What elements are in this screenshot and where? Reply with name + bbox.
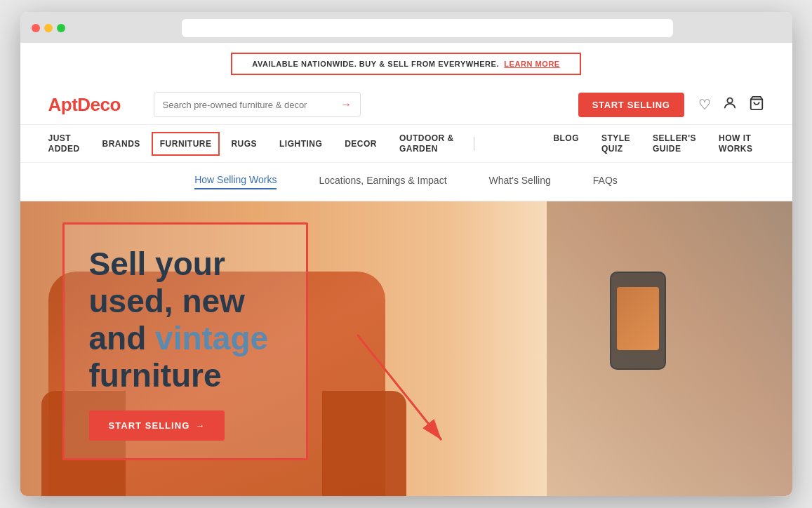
banner-text: AVAILABLE NATIONWIDE. BUY & SELL FROM EV… xyxy=(252,60,499,68)
hero-title-accent: vintage xyxy=(155,320,268,356)
tab-locations[interactable]: Locations, Earnings & Impact xyxy=(319,175,446,189)
browser-window: AVAILABLE NATIONWIDE. BUY & SELL FROM EV… xyxy=(20,12,792,496)
nav-divider xyxy=(474,137,474,151)
wishlist-icon[interactable]: ♡ xyxy=(698,96,711,113)
cart-icon[interactable] xyxy=(749,95,764,114)
header-icons: ♡ xyxy=(698,95,764,114)
tab-how-selling-works[interactable]: How Selling Works xyxy=(194,174,277,189)
hero-cta-label: START SELLING xyxy=(109,420,190,431)
nav-item-brands[interactable]: BRANDS xyxy=(91,131,152,157)
tab-faqs[interactable]: FAQs xyxy=(593,175,618,189)
hero-content-box: Sell yourused, newand vintagefurniture S… xyxy=(62,222,308,461)
hero-title-line4: furniture xyxy=(89,357,222,394)
maximize-button[interactable] xyxy=(57,24,65,32)
nav-item-just-added[interactable]: JUSTADDED xyxy=(48,125,91,162)
phone-shape xyxy=(610,272,666,370)
svg-point-0 xyxy=(727,98,732,102)
logo[interactable]: AptDeco xyxy=(48,94,140,116)
nav-item-style-quiz[interactable]: STYLEQUIZ xyxy=(590,125,641,162)
banner-inner: AVAILABLE NATIONWIDE. BUY & SELL FROM EV… xyxy=(231,53,581,75)
hero-cta-arrow: → xyxy=(195,420,205,431)
nav-item-lighting[interactable]: LIGHTING xyxy=(268,131,333,157)
traffic-lights xyxy=(32,24,65,32)
hero-cta-button[interactable]: START SELLING → xyxy=(89,410,225,441)
learn-more-link[interactable]: Learn more xyxy=(504,60,559,68)
start-selling-button[interactable]: START SELLING xyxy=(578,93,684,117)
header: AptDeco → START SELLING ♡ xyxy=(20,85,792,125)
search-bar[interactable]: → xyxy=(154,92,361,117)
nav-item-sellers-guide[interactable]: SELLER'SGUIDE xyxy=(641,125,707,162)
nav-item-decor[interactable]: DECOR xyxy=(333,131,388,157)
nav-right: BLOG STYLEQUIZ SELLER'SGUIDE HOW ITWORKS xyxy=(542,125,764,162)
nav-item-furniture[interactable]: FURNITURE xyxy=(152,132,220,156)
nav-item-blog[interactable]: BLOG xyxy=(542,125,590,162)
search-arrow-icon[interactable]: → xyxy=(340,98,352,111)
account-icon[interactable] xyxy=(722,95,738,114)
nav-item-rugs[interactable]: RUGS xyxy=(220,131,268,157)
search-input[interactable] xyxy=(163,100,335,110)
tab-whats-selling[interactable]: What's Selling xyxy=(489,175,551,189)
minimize-button[interactable] xyxy=(44,24,53,32)
nav-item-how-it-works[interactable]: HOW ITWORKS xyxy=(707,125,764,162)
browser-chrome xyxy=(20,12,792,43)
person-area xyxy=(547,201,792,496)
banner: AVAILABLE NATIONWIDE. BUY & SELL FROM EV… xyxy=(20,43,792,85)
page-content: AVAILABLE NATIONWIDE. BUY & SELL FROM EV… xyxy=(20,43,792,496)
hero-section: Sell yourused, newand vintagefurniture S… xyxy=(20,201,792,496)
nav-item-outdoor[interactable]: OUTDOOR &GARDEN xyxy=(388,125,465,162)
address-bar[interactable] xyxy=(182,19,673,37)
close-button[interactable] xyxy=(32,24,40,32)
sofa-arm-right xyxy=(322,391,406,496)
hero-title: Sell yourused, newand vintagefurniture xyxy=(89,246,281,394)
secondary-nav: How Selling Works Locations, Earnings & … xyxy=(20,163,792,201)
main-nav: JUSTADDED BRANDS FURNITURE RUGS LIGHTING… xyxy=(20,125,792,163)
